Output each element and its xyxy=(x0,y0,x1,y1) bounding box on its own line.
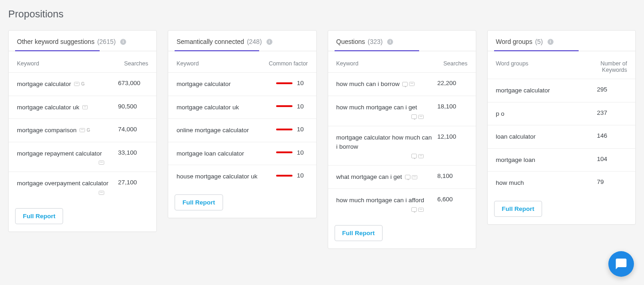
card-header: Word groups (5) i xyxy=(488,31,635,51)
table-row[interactable]: how much mortgage can i get18,100 xyxy=(328,96,476,127)
full-report-button[interactable]: Full Report xyxy=(335,225,383,241)
meta-icons xyxy=(405,175,417,179)
card-semantically-connected: Semantically connected (248) i Keyword C… xyxy=(168,30,316,218)
card-title: Semantically connected xyxy=(176,38,244,45)
value-cell: 74,000 xyxy=(118,126,148,133)
meta-icons: G xyxy=(74,81,85,88)
keyword-cell: house mortgage calculator uk xyxy=(176,172,271,181)
page-title: Propositions xyxy=(8,8,636,20)
keyword-cell: mortgage loan calculator xyxy=(176,149,271,158)
serp-preview-icon xyxy=(74,82,80,86)
keyword-text: what mortgage can i get xyxy=(336,172,402,182)
keyword-cell: how much can i borrow xyxy=(336,80,433,89)
table-row[interactable]: mortgage loan calculator10 xyxy=(168,142,316,166)
full-report-button[interactable]: Full Report xyxy=(175,194,223,210)
serp-preview-icon xyxy=(99,191,104,195)
keyword-text: loan calculator xyxy=(496,132,536,141)
card-count: (5) xyxy=(535,38,543,45)
factor-bar xyxy=(276,151,293,153)
keyword-cell: mortgage calculatorG xyxy=(17,80,113,89)
table-row[interactable]: mortgage calculator how much can i borro… xyxy=(328,126,476,166)
keyword-cell: mortgage loan xyxy=(496,156,592,165)
table-row[interactable]: online mortgage calculator10 xyxy=(168,119,316,142)
keyword-cell: mortgage calculator uk xyxy=(17,103,113,112)
keyword-cell: how much mortgage can i afford xyxy=(336,196,433,212)
keyword-text: mortgage repayment calculator xyxy=(17,149,102,158)
table-row[interactable]: how much mortgage can i afford6,600 xyxy=(328,189,476,219)
google-icon: G xyxy=(81,81,85,88)
meta-icons xyxy=(17,191,113,195)
table-row[interactable]: loan calculator146 xyxy=(488,125,635,149)
meta-icons xyxy=(402,82,415,86)
keyword-text: mortgage calculator xyxy=(496,86,550,95)
table-row[interactable]: mortgage repayment calculator33,100 xyxy=(9,142,156,172)
comment-icon xyxy=(411,114,417,119)
keyword-cell: mortgage comparisonG xyxy=(17,126,113,135)
col-keyword: Keyword xyxy=(17,60,124,67)
col-searches: Searches xyxy=(443,60,468,67)
table-row[interactable]: mortgage overpayment calculator27,100 xyxy=(9,172,156,202)
value-cell: 6,600 xyxy=(437,196,468,203)
card-footer: Full Report xyxy=(168,188,316,218)
factor-cell: 10 xyxy=(276,103,308,110)
info-icon[interactable]: i xyxy=(120,39,126,45)
value-cell: 104 xyxy=(597,156,627,162)
value-cell: 33,100 xyxy=(118,149,148,156)
rows: mortgage calculatorG673,000mortgage calc… xyxy=(9,73,156,202)
keyword-cell: p o xyxy=(496,109,592,118)
factor-cell: 10 xyxy=(276,80,308,86)
table-row[interactable]: mortgage calculator uk90,500 xyxy=(9,96,156,119)
serp-preview-icon xyxy=(418,208,424,212)
table-row[interactable]: what mortgage can i get8,100 xyxy=(328,166,476,189)
table-row[interactable]: mortgage calculatorG673,000 xyxy=(9,73,156,96)
comment-icon xyxy=(411,207,417,212)
keyword-text: mortgage overpayment calculator xyxy=(17,179,108,188)
rows: how much can i borrow22,200how much mort… xyxy=(328,73,476,219)
card-footer: Full Report xyxy=(328,219,476,248)
value-cell: 8,100 xyxy=(437,172,468,179)
value-cell: 237 xyxy=(597,109,627,116)
keyword-text: online mortgage calculator xyxy=(176,126,249,135)
keyword-text: house mortgage calculator uk xyxy=(176,172,257,181)
card-header: Questions (323) i xyxy=(328,31,476,51)
cards-container: Other keyword suggestions (2615) i Keywo… xyxy=(8,30,636,249)
card-count: (323) xyxy=(368,38,383,45)
card-footer: Full Report xyxy=(9,202,156,231)
meta-icons xyxy=(336,114,433,119)
google-icon: G xyxy=(87,127,90,134)
full-report-button[interactable]: Full Report xyxy=(15,208,63,224)
meta-icons: G xyxy=(80,127,90,134)
factor-value: 10 xyxy=(297,149,304,156)
info-icon[interactable]: i xyxy=(548,39,554,45)
factor-cell: 10 xyxy=(276,126,308,133)
table-row[interactable]: house mortgage calculator uk10 xyxy=(168,165,316,188)
keyword-text: mortgage loan xyxy=(496,156,535,165)
keyword-cell: how much xyxy=(496,178,592,188)
factor-value: 10 xyxy=(297,80,304,86)
keyword-cell: mortgage overpayment calculator xyxy=(17,179,113,195)
value-cell: 18,100 xyxy=(437,103,468,110)
card-title: Other keyword suggestions xyxy=(17,38,95,45)
column-headers: Keyword Searches xyxy=(328,51,476,73)
serp-preview-icon xyxy=(412,175,417,179)
keyword-text: how much can i borrow xyxy=(336,80,400,89)
table-row[interactable]: mortgage calculator10 xyxy=(168,73,316,96)
full-report-button[interactable]: Full Report xyxy=(494,201,542,217)
factor-bar xyxy=(276,82,293,84)
table-row[interactable]: mortgage calculator295 xyxy=(488,79,635,102)
col-num-keywords: Number of Keywords xyxy=(592,60,627,73)
keyword-cell: loan calculator xyxy=(496,132,592,141)
table-row[interactable]: mortgage loan104 xyxy=(488,149,635,172)
column-headers: Keyword Common factor xyxy=(168,51,316,73)
table-row[interactable]: how much79 xyxy=(488,172,635,194)
info-icon[interactable]: i xyxy=(387,39,393,45)
table-row[interactable]: mortgage comparisonG74,000 xyxy=(9,119,156,142)
col-searches: Searches xyxy=(124,60,148,67)
table-row[interactable]: mortgage calculator uk10 xyxy=(168,96,316,119)
card-count: (248) xyxy=(247,38,262,45)
table-row[interactable]: how much can i borrow22,200 xyxy=(328,73,476,96)
chat-launcher[interactable] xyxy=(608,251,634,257)
table-row[interactable]: p o237 xyxy=(488,102,635,126)
keyword-text: mortgage calculator how much can i borro… xyxy=(336,133,433,151)
info-icon[interactable]: i xyxy=(266,39,272,45)
